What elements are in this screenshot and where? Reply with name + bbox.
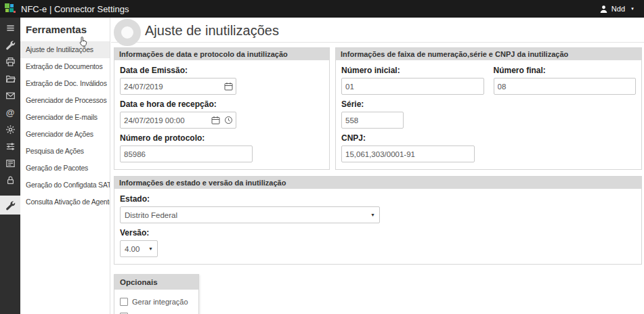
- user-name: Ndd: [611, 5, 625, 13]
- numero-final-col: Número final:: [494, 61, 637, 95]
- rail-item-ferramentas-active[interactable]: [0, 196, 20, 215]
- panel-estado-versao-title: Informações de estado e versão da inutil…: [114, 177, 641, 189]
- calendar-icon[interactable]: [224, 82, 233, 91]
- panel-faixa-cnpj-body: Número inicial: Número final: Série: CNP…: [336, 60, 641, 169]
- app-logo-icon: [5, 3, 16, 14]
- user-menu[interactable]: Ndd ▼: [599, 5, 635, 14]
- chevron-down-icon: ▼: [370, 212, 375, 217]
- data-emissao-field: [120, 78, 236, 95]
- rail-item-at[interactable]: @: [0, 104, 20, 121]
- panel-faixa-cnpj-title: Informações de faixa de numeração,série …: [336, 48, 641, 60]
- gerar-integracao-label: Gerar integração: [132, 298, 188, 306]
- chevron-down-icon: ▼: [148, 246, 153, 251]
- sidebar: Ferramentas Ajuste de Inutilizações Extr…: [20, 18, 110, 314]
- rail-item-tools[interactable]: [0, 37, 20, 53]
- sidebar-item-pesquisa-acoes[interactable]: Pesquisa de Ações: [20, 143, 110, 160]
- document-list-icon: [5, 158, 16, 169]
- data-emissao-label: Data de Emissão:: [120, 66, 324, 75]
- sidebar-item-geracao-configdata-sat[interactable]: Geração do Configdata SAT: [20, 177, 110, 194]
- panel-data-protocolo-body: Data de Emissão: Data e hora de recepção…: [114, 60, 329, 169]
- panel-opcionais-body: Gerar integração Gerar Estatísticas: [114, 290, 198, 314]
- lock-icon: [5, 175, 16, 185]
- panel-opcionais: Opcionais Gerar integração Gerar Estatís…: [114, 274, 199, 314]
- estado-label: Estado:: [120, 194, 636, 204]
- sidebar-item-extracao-doc-invalidos[interactable]: Extração de Doc. Inválidos: [20, 75, 110, 92]
- numero-inicial-input[interactable]: [341, 78, 484, 95]
- panel-data-protocolo-title: Informações de data e protocolo da inuti…: [114, 48, 329, 60]
- sidebar-item-extracao-documentos[interactable]: Extração de Documentos: [20, 58, 110, 75]
- app-title: NFC-e | Connector Settings: [21, 4, 129, 14]
- rail-item-mail[interactable]: [0, 87, 20, 104]
- panel-data-protocolo: Informações de data e protocolo da inuti…: [114, 47, 330, 170]
- numero-final-label: Número final:: [494, 66, 637, 75]
- wrench-active-icon: [5, 200, 16, 210]
- rail-item-folders[interactable]: [0, 70, 20, 87]
- data-recepcao-label: Data e hora de recepção:: [120, 99, 324, 109]
- sidebar-item-gerenciador-acoes[interactable]: Gerenciador de Ações: [20, 126, 110, 143]
- page-title: Ajuste de inutilizações: [145, 23, 644, 39]
- mail-icon: [5, 91, 16, 101]
- sidebar-item-gerenciador-emails[interactable]: Gerenciador de E-mails: [20, 109, 110, 126]
- versao-select[interactable]: 4.00 ▼: [120, 240, 158, 257]
- clock-icon[interactable]: [224, 116, 233, 125]
- estado-select[interactable]: Distrito Federal ▼: [120, 206, 380, 223]
- panel-estado-versao: Informações de estado e versão da inutil…: [114, 176, 642, 265]
- cnpj-label: CNPJ:: [341, 133, 636, 143]
- sidebar-title: Ferramentas: [20, 18, 110, 41]
- rail-item-print[interactable]: [0, 53, 20, 70]
- cursor-hand: [79, 36, 88, 47]
- numero-protocolo-input[interactable]: [120, 145, 253, 162]
- menu-icon: [5, 23, 16, 33]
- panel-estado-versao-body: Estado: Distrito Federal ▼ Versão: 4.00 …: [114, 189, 641, 264]
- sidebar-item-geracao-pacotes[interactable]: Geração de Pacotes: [20, 160, 110, 177]
- title-divider: [111, 42, 644, 43]
- sidebar-item-gerenciador-processos[interactable]: Gerenciador de Processos: [20, 92, 110, 109]
- versao-select-value: 4.00: [125, 245, 139, 253]
- main-content: Ajuste de inutilizações Informações de d…: [111, 18, 644, 314]
- opcao-gerar-integracao: Gerar integração: [120, 298, 193, 306]
- calendar-icon[interactable]: [211, 116, 220, 125]
- gear-icon: [5, 125, 16, 135]
- numero-inicial-label: Número inicial:: [341, 66, 484, 75]
- topbar: NFC-e | Connector Settings Ndd ▼: [0, 0, 644, 18]
- numero-row: Número inicial: Número final:: [341, 61, 636, 95]
- sidebar-item-consulta-ativacao-agente[interactable]: Consulta Ativação de Agente: [20, 194, 110, 210]
- sliders-icon: [5, 141, 16, 152]
- versao-label: Versão:: [120, 228, 636, 238]
- folder-icon: [5, 74, 16, 84]
- sidebar-item-ajuste-inutilizacoes[interactable]: Ajuste de Inutilizações: [20, 41, 110, 58]
- wrench-icon: [5, 40, 16, 50]
- cnpj-input[interactable]: [341, 145, 475, 162]
- rail-item-documents[interactable]: [0, 155, 20, 172]
- numero-inicial-col: Número inicial:: [341, 61, 484, 95]
- icon-rail: @: [0, 18, 20, 314]
- at-icon: @: [6, 108, 15, 118]
- serie-label: Série:: [341, 99, 636, 109]
- data-recepcao-field: [120, 112, 236, 129]
- panel-opcionais-title: Opcionais: [114, 275, 198, 290]
- panels-row: Informações de data e protocolo da inuti…: [114, 47, 642, 170]
- estado-select-value: Distrito Federal: [125, 211, 177, 219]
- chevron-down-icon: ▼: [630, 7, 635, 11]
- data-emissao-input[interactable]: [120, 78, 236, 95]
- rail-item-sliders[interactable]: [0, 138, 20, 155]
- numero-final-input[interactable]: [494, 78, 637, 95]
- decorative-circle: [114, 19, 141, 46]
- serie-input[interactable]: [341, 112, 404, 129]
- numero-protocolo-label: Número de protocolo:: [120, 133, 324, 143]
- printer-icon: [5, 57, 16, 67]
- panel-faixa-cnpj: Informações de faixa de numeração,série …: [335, 47, 642, 170]
- rail-item-settings[interactable]: [0, 121, 20, 138]
- gerar-integracao-checkbox[interactable]: [120, 298, 128, 306]
- user-icon: [599, 5, 608, 14]
- rail-item-menu[interactable]: [0, 20, 20, 37]
- rail-item-security[interactable]: [0, 172, 20, 189]
